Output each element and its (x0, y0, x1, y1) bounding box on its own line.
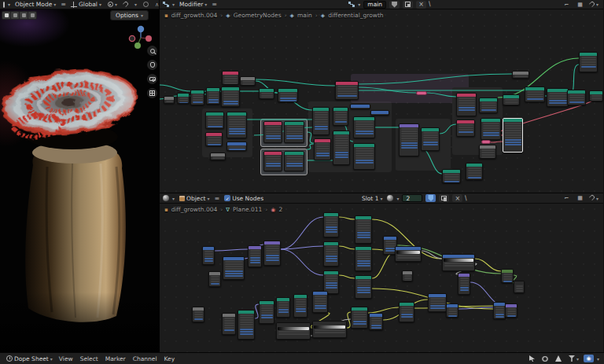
breadcrumb-item[interactable]: diff_growth.004 (171, 12, 218, 19)
graph-node[interactable] (240, 76, 256, 86)
graph-node[interactable] (458, 273, 470, 295)
graph-node[interactable] (421, 127, 440, 151)
geometry-nodes-canvas[interactable]: ▪diff_growth.004›◈GeometryNodes›◈main›◈d… (160, 9, 603, 193)
graph-node[interactable] (353, 116, 375, 138)
graph-node[interactable] (399, 123, 419, 156)
graph-node[interactable] (276, 322, 311, 340)
graph-node[interactable] (263, 121, 282, 143)
graph-node[interactable] (278, 88, 298, 102)
link-icon[interactable]: ⁄⁄ (463, 196, 469, 201)
graph-node[interactable] (284, 121, 304, 143)
graph-node[interactable] (312, 321, 347, 338)
copy-node-tree-button[interactable] (403, 1, 413, 9)
graph-node[interactable] (428, 293, 447, 312)
graph-node[interactable] (355, 275, 372, 299)
graph-node[interactable] (481, 118, 501, 140)
shader-idtype-dropdown[interactable]: Object ▾ (178, 195, 211, 202)
dope-proportional-button[interactable]: ◉ (584, 355, 594, 362)
tool-move[interactable] (28, 12, 36, 19)
geo-snap-dropdown[interactable]: ▾ (588, 2, 600, 7)
node-label-pill[interactable] (481, 140, 491, 144)
dope-menu-view[interactable]: View (59, 355, 73, 362)
graph-node[interactable] (355, 246, 372, 271)
graph-node[interactable] (164, 96, 175, 104)
shader-pin-button[interactable]: ⌐ (562, 194, 572, 202)
graph-node[interactable] (312, 107, 330, 135)
dope-warning-button[interactable] (554, 355, 564, 362)
graph-node[interactable] (210, 153, 226, 160)
graph-node[interactable] (567, 90, 586, 105)
snap-target-dropdown[interactable]: ▾ (133, 2, 138, 7)
graph-node[interactable] (514, 281, 525, 293)
graph-node[interactable] (442, 169, 461, 183)
camera-view-button[interactable] (147, 74, 157, 84)
graph-node[interactable] (263, 241, 281, 266)
graph-node[interactable] (446, 303, 459, 318)
graph-node[interactable] (525, 86, 545, 102)
gizmo-z-axis[interactable] (138, 26, 144, 32)
graph-node[interactable] (177, 93, 190, 104)
dope-menu-channel[interactable]: Channel (133, 355, 157, 362)
breadcrumb-item[interactable]: diff_growth.004 (171, 206, 218, 213)
graph-node[interactable] (369, 313, 383, 330)
graph-node[interactable] (263, 151, 282, 171)
graph-node[interactable] (353, 143, 375, 170)
tool-select-box[interactable] (2, 12, 10, 19)
shader-snap-dropdown[interactable]: ▾ (588, 196, 600, 201)
gizmo-x-neg-axis[interactable] (129, 35, 134, 41)
shader-editor-icon[interactable] (163, 195, 169, 201)
graph-node[interactable] (402, 270, 413, 281)
shader-overlay-button[interactable]: ▦ (575, 194, 585, 202)
graph-node[interactable] (190, 90, 204, 105)
graph-node[interactable] (333, 131, 350, 165)
graph-node[interactable] (479, 145, 496, 159)
dope-menu-select[interactable]: Select (80, 355, 98, 362)
graph-node[interactable] (479, 97, 498, 113)
use-nodes-checkbox[interactable]: ✓ Use Nodes (223, 195, 265, 202)
graph-node[interactable] (276, 297, 290, 318)
graph-node[interactable] (399, 302, 414, 322)
viewport-3d[interactable]: ▾ Object Mode ▾ ≡ Global ▾ ▾ ▾ ∧ (0, 0, 160, 352)
graph-node[interactable] (208, 271, 221, 287)
graph-node[interactable] (466, 163, 483, 180)
unlink-material-button[interactable]: × (452, 194, 462, 202)
graph-node[interactable] (248, 245, 262, 267)
viewport-canvas[interactable]: Options ▾ (0, 9, 160, 352)
dope-cursor-button[interactable] (527, 355, 537, 362)
dope-menu-marker[interactable]: Marker (105, 355, 126, 362)
material-fake-user-button[interactable] (425, 194, 436, 202)
mode-dropdown[interactable]: Object Mode ▾ (13, 1, 57, 8)
tool-cursor[interactable] (20, 12, 28, 19)
graph-node[interactable] (589, 90, 603, 101)
graph-node[interactable] (503, 94, 520, 105)
geo-context-dropdown[interactable]: Modifier ▾ (178, 1, 208, 8)
geo-parent-nav-button[interactable]: ⌐ (562, 1, 572, 9)
geometry-editor-icon[interactable] (163, 2, 169, 7)
fake-user-button[interactable] (389, 1, 400, 9)
editor-type-icon[interactable] (3, 2, 5, 8)
color-ramp-strip[interactable] (444, 259, 473, 262)
graph-node[interactable] (205, 132, 223, 146)
graph-node[interactable] (226, 142, 247, 151)
graph-node[interactable] (442, 254, 475, 271)
link-icon[interactable]: ⁄⁄ (427, 2, 433, 7)
graph-node[interactable] (312, 291, 328, 313)
material-name-field[interactable]: 2 (402, 194, 422, 202)
graph-node[interactable] (512, 71, 529, 79)
color-ramp-strip[interactable] (314, 325, 345, 329)
color-ramp-strip[interactable] (396, 251, 420, 254)
graph-node[interactable] (350, 104, 370, 109)
graph-node[interactable] (333, 107, 348, 126)
graph-node[interactable] (259, 300, 274, 324)
graph-node[interactable] (222, 71, 239, 85)
graph-node[interactable] (547, 88, 569, 107)
graph-node[interactable] (206, 87, 220, 105)
graph-node[interactable] (284, 151, 304, 171)
breadcrumb-item[interactable]: 2 (278, 206, 282, 213)
geo-overlay-button[interactable]: ▦ (575, 1, 585, 9)
graph-node[interactable] (259, 88, 274, 99)
perspective-toggle-button[interactable] (147, 88, 157, 98)
graph-node[interactable] (395, 246, 422, 262)
falloff-dropdown[interactable]: ∧ (153, 2, 159, 8)
material-browse-icon[interactable] (387, 195, 393, 201)
